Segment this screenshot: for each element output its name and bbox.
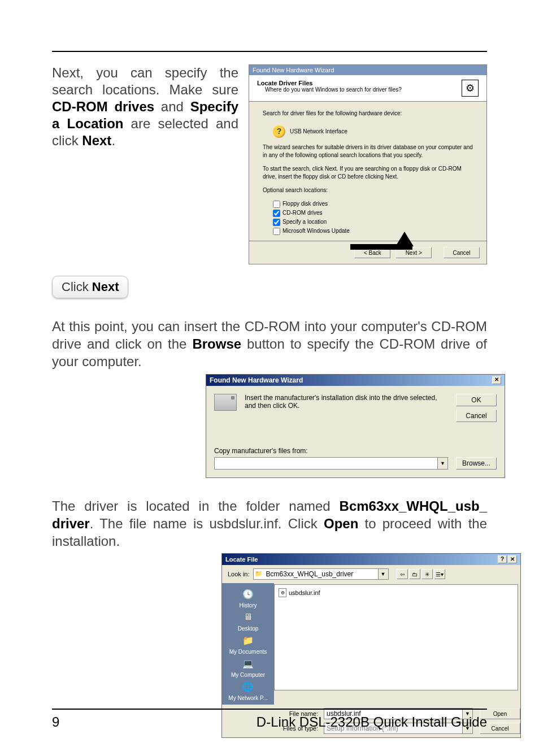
ok-button[interactable]: OK	[456, 394, 497, 406]
option-specify[interactable]: Specify a location	[273, 218, 473, 226]
instruction-paragraph-1: Next, you can specify the search locatio…	[52, 64, 238, 264]
arrow-stem	[350, 244, 412, 250]
places-sidebar: 🕓History 🖥Desktop 📁My Documents 💻My Comp…	[222, 583, 274, 705]
nav-back-icon[interactable]: ⇦	[397, 569, 408, 579]
up-folder-icon[interactable]: 🗀	[409, 569, 420, 579]
sidebar-my-documents[interactable]: 📁My Documents	[229, 633, 267, 655]
wizard1-body-line2: The wizard searches for suitable drivers…	[263, 144, 473, 159]
network-icon: 🌐	[239, 679, 257, 694]
help-icon[interactable]: ?	[498, 555, 507, 563]
browse-button[interactable]: Browse...	[456, 457, 497, 470]
page-number: 9	[52, 714, 59, 730]
option-ms-update[interactable]: Microsoft Windows Update	[273, 227, 473, 235]
chevron-down-icon[interactable]: ▼	[378, 569, 388, 579]
option-cdrom[interactable]: CD-ROM drives	[273, 209, 473, 217]
wizard1-heading: Locate Driver Files	[257, 80, 462, 86]
copy-from-combo[interactable]: ▼	[214, 457, 448, 470]
checkbox-ms-update[interactable]	[273, 228, 280, 235]
computer-icon: 💻	[239, 656, 257, 671]
views-icon[interactable]: ☰▾	[434, 569, 445, 579]
insert-disk-dialog: Found New Hardware Wizard ✕ Insert the m…	[206, 374, 505, 478]
checkbox-specify[interactable]	[273, 219, 280, 226]
sidebar-history[interactable]: 🕓History	[239, 586, 257, 609]
documents-icon: 📁	[239, 633, 257, 648]
dlg2-title: Found New Hardware Wizard	[210, 376, 303, 384]
floppy-icon	[214, 394, 237, 411]
question-icon: ?	[273, 125, 285, 138]
history-icon: 🕓	[239, 586, 257, 601]
wizard-dialog-1: Found New Hardware Wizard Locate Driver …	[249, 64, 487, 264]
instruction-paragraph-3: The driver is located in the folder name…	[52, 497, 487, 550]
sidebar-my-computer[interactable]: 💻My Computer	[231, 656, 265, 678]
wizard1-body-line1: Search for driver files for the followin…	[263, 110, 473, 118]
close-icon[interactable]: ✕	[508, 555, 517, 563]
chevron-down-icon[interactable]: ▼	[437, 458, 447, 469]
optional-locations-label: Optional search locations:	[263, 186, 473, 194]
option-floppy[interactable]: Floppy disk drives	[273, 200, 473, 208]
file-item[interactable]: ⚙ usbdslur.inf	[277, 587, 515, 598]
look-in-combo[interactable]: 📁 ▼	[253, 568, 389, 580]
file-list[interactable]: ⚙ usbdslur.inf	[274, 584, 518, 690]
device-name: USB Network Interface	[290, 128, 347, 136]
callout-click-next: Click Next	[52, 276, 128, 298]
look-in-label: Look in:	[228, 571, 250, 577]
cancel-button[interactable]: Cancel	[444, 247, 480, 258]
sidebar-desktop[interactable]: 🖥Desktop	[238, 610, 259, 632]
close-icon[interactable]: ✕	[492, 376, 501, 384]
cancel-button[interactable]: Cancel	[456, 410, 497, 422]
wizard1-body-line3: To start the search, click Next. If you …	[263, 165, 473, 181]
footer-title: D-Link DSL-2320B Quick Install Guide	[257, 714, 487, 730]
checkbox-floppy[interactable]	[273, 201, 280, 208]
dlg3-title: Locate File	[225, 556, 258, 563]
wizard-header-icon: ⚙	[462, 80, 479, 97]
copy-from-label: Copy manufacturer's files from:	[214, 447, 497, 455]
look-in-input[interactable]	[264, 569, 378, 579]
inf-file-icon: ⚙	[279, 588, 286, 597]
dlg2-message: Insert the manufacturer's installation d…	[245, 394, 445, 410]
wizard1-titlebar: Found New Hardware Wizard	[249, 65, 486, 75]
checkbox-cdrom[interactable]	[273, 210, 280, 217]
copy-from-input[interactable]	[215, 458, 437, 469]
new-folder-icon[interactable]: ✳	[421, 569, 433, 579]
desktop-icon: 🖥	[239, 610, 257, 624]
instruction-paragraph-2: At this point, you can insert the CD-ROM…	[52, 318, 487, 371]
sidebar-my-network[interactable]: 🌐My Network P...	[228, 679, 267, 701]
wizard1-subheading: Where do you want Windows to search for …	[257, 86, 462, 93]
